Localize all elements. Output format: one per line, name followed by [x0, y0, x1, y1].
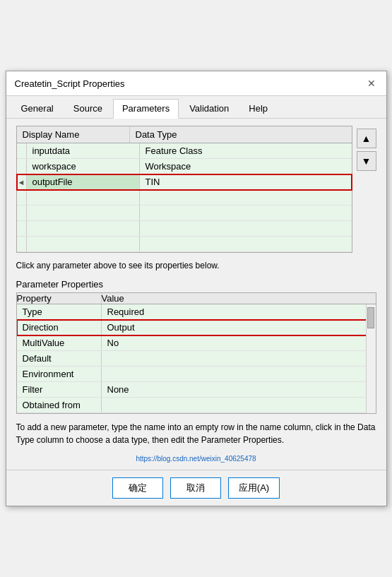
dialog: Createtin_Script Properties ✕ General So… [6, 71, 387, 506]
row-indicator [17, 206, 27, 220]
tab-source[interactable]: Source [64, 99, 112, 118]
prop-label: Direction [17, 320, 102, 335]
prop-label: Obtained from [17, 398, 102, 412]
props-row-direction[interactable]: Direction Output [17, 320, 376, 335]
prop-value: None [102, 382, 366, 397]
row-indicator: ◄ [17, 174, 27, 189]
ok-button[interactable]: 确定 [112, 477, 163, 499]
param-name-empty [27, 206, 140, 220]
prop-label: MultiValue [17, 335, 102, 350]
props-row-default[interactable]: Default [17, 351, 376, 367]
table-row-selected[interactable]: ◄ outputFile TIN [17, 174, 352, 190]
scrollbar[interactable] [366, 304, 376, 413]
param-type: TIN [140, 174, 352, 189]
tab-bar: General Source Parameters Validation Hel… [6, 96, 386, 119]
param-type: Workspace [140, 159, 352, 174]
col-data-type: Data Type [130, 126, 352, 143]
apply-button[interactable]: 应用(A) [228, 477, 280, 499]
param-name: workspace [27, 159, 140, 174]
prop-label: Filter [17, 382, 102, 397]
footer-text: To add a new parameter, type the name in… [16, 421, 376, 446]
col-value: Value [102, 293, 366, 304]
params-table-header: Display Name Data Type [17, 126, 352, 143]
param-type: Feature Class [140, 143, 352, 158]
close-button[interactable]: ✕ [365, 77, 378, 90]
table-row-empty[interactable] [17, 237, 352, 252]
dialog-buttons: 确定 取消 应用(A) [6, 470, 386, 506]
prop-label: Type [17, 304, 102, 319]
arrow-buttons: ▲ ▼ [357, 126, 376, 171]
prop-value: Output [102, 320, 366, 335]
props-table-container: Property Value Type Required Direction [16, 292, 376, 414]
row-indicator [17, 143, 27, 158]
props-rows-wrapper: Type Required Direction Output MultiValu… [17, 304, 376, 413]
param-name: outputFile [27, 174, 140, 189]
row-indicator [17, 159, 27, 174]
prop-value [102, 367, 366, 381]
col-property: Property [17, 293, 102, 304]
col-display-name: Display Name [17, 126, 130, 143]
params-table: Display Name Data Type inputdata Feature… [16, 126, 352, 253]
props-row-type[interactable]: Type Required [17, 304, 376, 320]
param-type-empty [140, 190, 352, 205]
prop-label: Default [17, 351, 102, 366]
move-down-button[interactable]: ▼ [357, 151, 376, 171]
title-bar: Createtin_Script Properties ✕ [6, 71, 386, 96]
table-row-empty[interactable] [17, 190, 352, 206]
table-row[interactable]: inputdata Feature Class [17, 143, 352, 159]
move-up-button[interactable]: ▲ [357, 129, 376, 148]
props-row-multivalue[interactable]: MultiValue No [17, 335, 376, 351]
param-props-section: Parameter Properties Property Value Type… [16, 279, 376, 414]
row-indicator [17, 190, 27, 205]
param-type-empty [140, 221, 352, 236]
row-indicator [17, 221, 27, 236]
param-props-label: Parameter Properties [16, 279, 376, 290]
param-name: inputdata [27, 143, 140, 158]
dialog-title: Createtin_Script Properties [15, 78, 125, 89]
props-table-header: Property Value [17, 293, 376, 304]
tab-help[interactable]: Help [239, 99, 277, 118]
param-type-empty [140, 237, 352, 251]
param-name-empty [27, 190, 140, 205]
tab-validation[interactable]: Validation [180, 99, 238, 118]
param-type-empty [140, 206, 352, 220]
prop-value: No [102, 335, 366, 350]
props-row-filter[interactable]: Filter None [17, 382, 376, 398]
prop-value: Required [102, 304, 366, 319]
row-indicator [17, 237, 27, 251]
content-area: Display Name Data Type inputdata Feature… [6, 119, 386, 470]
table-row-empty[interactable] [17, 206, 352, 221]
param-name-empty [27, 237, 140, 251]
table-row-empty[interactable] [17, 221, 352, 237]
hint-text: Click any parameter above to see its pro… [16, 260, 376, 272]
tab-parameters[interactable]: Parameters [113, 99, 179, 119]
prop-value [102, 351, 366, 366]
prop-value [102, 398, 366, 412]
props-row-obtained[interactable]: Obtained from [17, 398, 376, 413]
scroll-thumb[interactable] [367, 307, 374, 328]
scroll-spacer [366, 293, 376, 304]
watermark: https://blog.csdn.net/weixin_40625478 [16, 455, 376, 463]
params-section: Display Name Data Type inputdata Feature… [16, 126, 376, 253]
prop-label: Environment [17, 367, 102, 381]
cancel-button[interactable]: 取消 [170, 477, 221, 499]
tab-general[interactable]: General [12, 99, 63, 118]
table-row[interactable]: workspace Workspace [17, 159, 352, 174]
param-name-empty [27, 221, 140, 236]
props-row-environment[interactable]: Environment [17, 367, 376, 382]
